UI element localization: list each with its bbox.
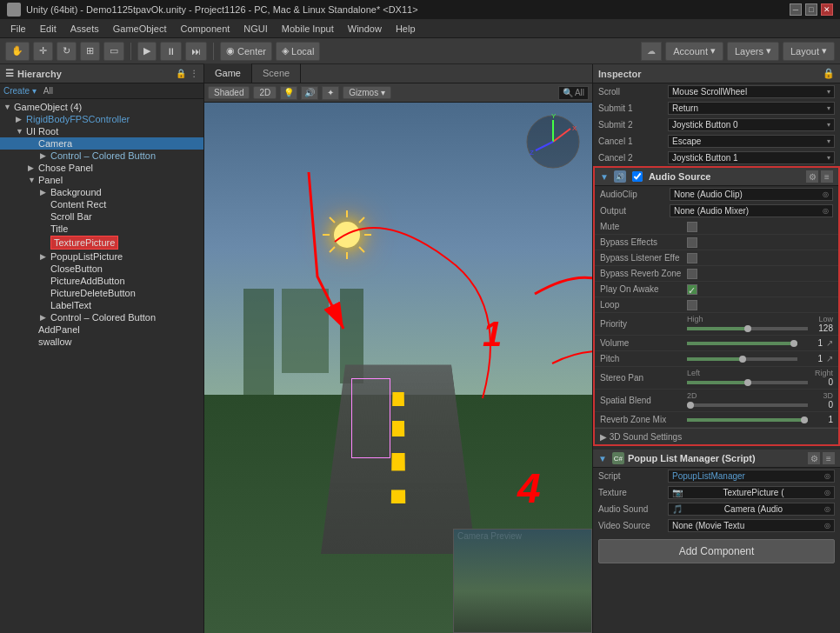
hierarchy-menu[interactable]: ⋮	[190, 69, 198, 78]
sound-settings-row[interactable]: ▶ 3D Sound Settings	[595, 428, 838, 444]
spatial-handle[interactable]	[687, 402, 694, 409]
create-btn[interactable]: Create ▾	[3, 86, 37, 96]
audio-enabled-checkbox[interactable]	[632, 171, 643, 182]
pause-btn[interactable]: ⏸	[160, 42, 182, 61]
step-btn[interactable]: ⏭	[185, 42, 207, 61]
hier-item-12[interactable]: ▶PopupListPicture	[0, 250, 203, 263]
shaded-btn[interactable]: Shaded	[208, 86, 250, 99]
pitch-handle[interactable]	[739, 356, 746, 363]
hierarchy-collapse-icon[interactable]: ☰	[5, 68, 14, 79]
volume-arrow[interactable]: ↗	[826, 338, 833, 348]
hier-item-5[interactable]: ▶Chose Panel	[0, 162, 203, 174]
menu-edit[interactable]: Edit	[33, 22, 63, 36]
cancel1-value[interactable]: Escape ▾	[668, 135, 835, 148]
hier-item-11[interactable]: TexturePicture	[0, 235, 203, 250]
effect-btn[interactable]: ✦	[322, 86, 339, 100]
volume-handle[interactable]	[790, 340, 797, 347]
reverb-slider[interactable]	[687, 418, 808, 422]
move-tool[interactable]: ✛	[33, 42, 53, 61]
audio-btn[interactable]: 🔊	[301, 86, 318, 100]
video-source-value[interactable]: None (Movie Textu ◎	[668, 519, 835, 532]
add-component-button[interactable]: Add Component	[598, 539, 835, 563]
play-on-awake-checkbox[interactable]: ✓	[687, 284, 697, 295]
scale-tool[interactable]: ⊞	[80, 42, 100, 61]
priority-slider[interactable]	[687, 327, 808, 330]
audio-menu-btn[interactable]: ≡	[821, 170, 833, 183]
menu-assets[interactable]: Assets	[63, 22, 106, 36]
menu-component[interactable]: Component	[173, 22, 237, 36]
hier-item-6[interactable]: ▼Panel	[0, 174, 203, 186]
mute-checkbox[interactable]	[687, 222, 697, 232]
volume-slider[interactable]	[687, 342, 797, 345]
hier-item-2[interactable]: ▼UI Root	[0, 125, 203, 137]
hier-item-1[interactable]: ▶RigidBodyFPSController	[0, 113, 203, 125]
local-btn[interactable]: ◈ Local	[276, 42, 320, 61]
menu-ngui[interactable]: NGUI	[237, 22, 275, 36]
pitch-slider[interactable]	[687, 357, 797, 361]
menu-help[interactable]: Help	[389, 22, 423, 36]
hier-item-16[interactable]: LabelText	[0, 299, 203, 311]
hier-item-13[interactable]: CloseButton	[0, 263, 203, 275]
light-btn[interactable]: 💡	[280, 86, 297, 100]
inspector-lock[interactable]: 🔒	[823, 68, 835, 79]
reverb-handle[interactable]	[801, 416, 808, 423]
rect-tool[interactable]: ▭	[103, 42, 124, 61]
gizmos-btn[interactable]: Gizmos ▾	[343, 86, 391, 99]
bypass-listener-checkbox[interactable]	[687, 253, 697, 263]
all-filter[interactable]: All	[43, 86, 53, 96]
hier-item-19[interactable]: swallow	[0, 336, 203, 348]
pitch-arrow[interactable]: ↗	[826, 354, 833, 363]
tab-game[interactable]: Game	[204, 63, 252, 83]
hier-item-18[interactable]: AddPanel	[0, 323, 203, 336]
hierarchy-lock[interactable]: 🔒	[176, 69, 186, 78]
menu-mobile-input[interactable]: Mobile Input	[275, 22, 341, 36]
minimize-btn[interactable]: ─	[790, 3, 802, 16]
hier-item-10[interactable]: Title	[0, 223, 203, 235]
menu-file[interactable]: File	[3, 22, 33, 36]
menu-gameobject[interactable]: GameObject	[106, 22, 174, 36]
submit1-value[interactable]: Return ▾	[668, 102, 835, 115]
2d-btn[interactable]: 2D	[253, 86, 277, 99]
bypass-reverb-checkbox[interactable]	[687, 269, 697, 279]
account-dropdown[interactable]: Account ▾	[665, 42, 723, 61]
hier-item-8[interactable]: Content Rect	[0, 198, 203, 210]
output-value[interactable]: None (Audio Mixer) ◎	[670, 204, 833, 217]
hier-item-4[interactable]: ▶Control – Colored Button	[0, 150, 203, 162]
cancel2-value[interactable]: Joystick Button 1 ▾	[668, 151, 835, 164]
tab-scene[interactable]: Scene	[252, 63, 301, 83]
hand-tool[interactable]: ✋	[5, 42, 30, 61]
audio-settings-btn[interactable]: ⚙	[806, 170, 818, 183]
center-btn[interactable]: ◉ Center	[220, 42, 272, 61]
submit2-value[interactable]: Joystick Button 0 ▾	[668, 118, 835, 131]
scene-view[interactable]: X Y Z 3 4 1 2	[204, 103, 592, 633]
popup-menu-btn[interactable]: ≡	[823, 452, 835, 464]
audio-source-header[interactable]: ▼ 🔊 Audio Source ⚙ ≡	[595, 168, 838, 186]
priority-handle[interactable]	[744, 325, 751, 332]
layers-dropdown[interactable]: Layers ▾	[727, 42, 779, 61]
maximize-btn[interactable]: □	[805, 3, 817, 16]
loop-checkbox[interactable]	[687, 300, 697, 310]
hier-item-0[interactable]: ▼GameObject (4)	[0, 101, 203, 113]
popup-settings-btn[interactable]: ⚙	[808, 452, 820, 464]
script-value[interactable]: PopupListManager ◎	[668, 470, 835, 483]
rotate-tool[interactable]: ↻	[57, 42, 77, 61]
hier-item-15[interactable]: PictureDeleteButton	[0, 287, 203, 299]
hier-item-3[interactable]: Camera	[0, 137, 203, 150]
audio-sound-value[interactable]: 🎵 Camera (Audio ◎	[668, 503, 835, 516]
hier-item-7[interactable]: ▶Background	[0, 186, 203, 198]
hier-item-9[interactable]: Scroll Bar	[0, 210, 203, 223]
spatial-slider[interactable]	[687, 403, 808, 407]
stereo-handle[interactable]	[744, 379, 751, 386]
popup-manager-header[interactable]: ▼ C# Popup List Manager (Script) ⚙ ≡	[593, 450, 840, 468]
search-field[interactable]: 🔍 All	[558, 86, 589, 100]
audioclip-value[interactable]: None (Audio Clip) ◎	[670, 188, 833, 201]
scroll-value[interactable]: Mouse ScrollWheel ▾	[668, 85, 835, 98]
menu-window[interactable]: Window	[341, 22, 389, 36]
hier-item-14[interactable]: PictureAddButton	[0, 275, 203, 287]
layout-dropdown[interactable]: Layout ▾	[783, 42, 835, 61]
bypass-effects-checkbox[interactable]	[687, 237, 697, 248]
hier-item-17[interactable]: ▶Control – Colored Button	[0, 311, 203, 323]
stereo-slider[interactable]	[687, 381, 808, 384]
play-btn[interactable]: ▶	[137, 42, 157, 61]
cloud-icon[interactable]: ☁	[641, 42, 662, 61]
